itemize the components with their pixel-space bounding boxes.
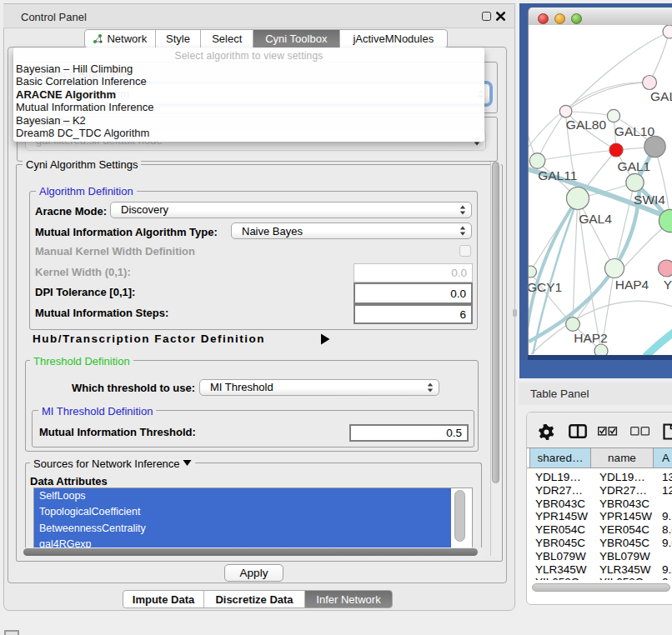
svg-text:Y: Y xyxy=(664,278,672,292)
svg-text:GAL80: GAL80 xyxy=(566,118,607,132)
svg-text:HAP4: HAP4 xyxy=(615,278,649,292)
svg-text:GCY1: GCY1 xyxy=(529,280,562,294)
svg-text:SWI4: SWI4 xyxy=(634,192,665,207)
svg-text:GAL4: GAL4 xyxy=(579,212,612,226)
svg-text:GAL1: GAL1 xyxy=(618,159,651,173)
svg-text:GAL2: GAL2 xyxy=(650,89,672,103)
svg-text:GAL11: GAL11 xyxy=(538,168,577,182)
svg-text:HAP2: HAP2 xyxy=(574,331,608,345)
svg-text:GAL10: GAL10 xyxy=(614,124,655,138)
